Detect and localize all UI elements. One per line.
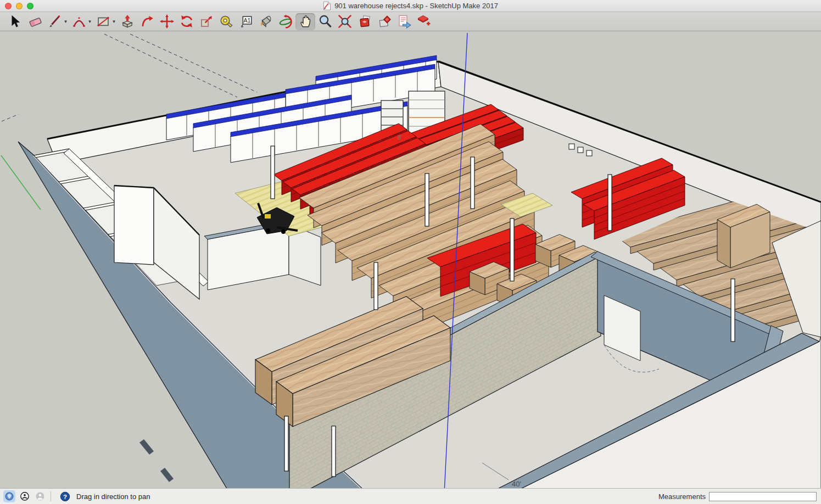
arc-icon: [72, 14, 86, 29]
sign-in-button[interactable]: [34, 490, 46, 502]
zoom-icon: [318, 14, 332, 29]
rotate-icon: [180, 14, 194, 29]
move-icon: [160, 14, 174, 29]
line-tool-button[interactable]: [45, 13, 65, 30]
close-button[interactable]: [5, 3, 12, 9]
tape-measure-icon: [219, 14, 233, 29]
paint-bucket-icon: [259, 14, 273, 29]
measurements-input[interactable]: [709, 492, 817, 501]
push-pull-icon: [120, 14, 135, 29]
eraser-icon: [28, 14, 42, 29]
dropdown-arrow-icon[interactable]: ▾: [87, 19, 93, 24]
send-to-layout-button[interactable]: [394, 13, 414, 30]
pan-tool-button[interactable]: [295, 13, 315, 30]
scale-tool-button[interactable]: [197, 13, 216, 30]
floor-dimension-label: 40': [512, 480, 521, 488]
fullscreen-button[interactable]: [27, 3, 33, 9]
get-models-button[interactable]: [355, 13, 375, 30]
arc-tool-button[interactable]: [69, 13, 89, 30]
svg-text:A1: A1: [243, 17, 250, 24]
window-titlebar[interactable]: 901 warehouse rejects4.skp - SketchUp Ma…: [0, 0, 821, 12]
text-icon: A1: [239, 14, 253, 29]
measurements-label: Measurements: [658, 492, 706, 501]
orbit-tool-button[interactable]: [276, 13, 295, 30]
credits-icon: [20, 491, 30, 501]
pencil-line-icon: [48, 14, 62, 29]
credits-button[interactable]: [19, 490, 31, 502]
minimize-button[interactable]: [16, 3, 23, 9]
shapes-tool-button[interactable]: [93, 13, 113, 30]
geolocation-button[interactable]: [3, 490, 15, 502]
window-title: 901 warehouse rejects4.skp - SketchUp Ma…: [0, 1, 821, 10]
dropdown-arrow-icon[interactable]: ▾: [63, 19, 69, 24]
extension-warehouse-icon: [417, 14, 431, 29]
send-to-layout-icon: [397, 14, 411, 29]
status-hint-text: Drag in direction to pan: [76, 492, 150, 501]
zoom-tool-button[interactable]: [315, 13, 335, 30]
tape-measure-tool-button[interactable]: [216, 13, 236, 30]
get-models-icon: [358, 14, 372, 29]
status-bar: ? Drag in direction to pan Measurements: [0, 488, 821, 504]
extension-warehouse-button[interactable]: [414, 13, 434, 30]
paint-bucket-tool-button[interactable]: [256, 13, 276, 30]
measurements-box: Measurements: [658, 489, 817, 504]
warehouse-model-canvas: 40' 8': [0, 31, 821, 488]
scale-icon: [199, 14, 214, 29]
rectangle-icon: [96, 14, 110, 29]
eraser-tool-button[interactable]: [25, 13, 45, 30]
model-viewport[interactable]: 40' 8': [0, 31, 821, 488]
geolocation-icon: [4, 491, 14, 501]
orbit-icon: [278, 14, 293, 29]
getting-started-toolbar: ▾ ▾ ▾ A1: [0, 12, 821, 31]
sign-in-user-icon: [35, 491, 45, 501]
dropdown-arrow-icon[interactable]: ▾: [111, 19, 117, 24]
follow-me-icon: [140, 14, 154, 29]
move-tool-button[interactable]: [157, 13, 177, 30]
zoom-extents-icon: [338, 14, 352, 29]
push-pull-tool-button[interactable]: [118, 13, 137, 30]
text-tool-button[interactable]: A1: [236, 13, 256, 30]
pan-hand-icon: [298, 14, 312, 29]
sketchup-window: 901 warehouse rejects4.skp - SketchUp Ma…: [0, 0, 821, 504]
help-button[interactable]: ?: [59, 490, 71, 502]
follow-me-tool-button[interactable]: [137, 13, 157, 30]
share-model-icon: [377, 14, 392, 29]
share-model-button[interactable]: [375, 13, 394, 30]
rotate-tool-button[interactable]: [177, 13, 197, 30]
zoom-extents-tool-button[interactable]: [335, 13, 355, 30]
svg-text:?: ?: [63, 493, 66, 500]
statusbar-divider: [51, 491, 51, 501]
select-tool-button[interactable]: [5, 13, 25, 30]
rack-dimension-label: 8': [398, 134, 402, 141]
document-icon: [323, 1, 331, 10]
window-controls: [5, 0, 33, 12]
help-icon: ?: [60, 491, 70, 502]
select-arrow-icon: [8, 14, 23, 29]
